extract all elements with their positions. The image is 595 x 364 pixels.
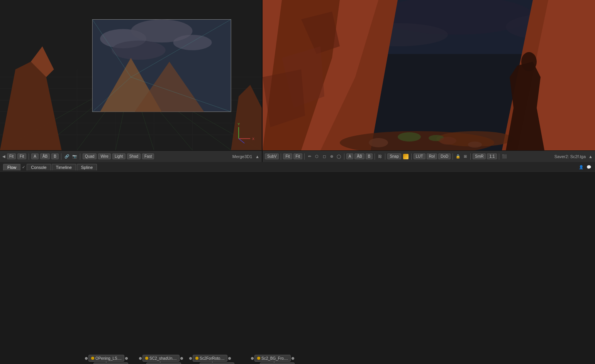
port-in [189, 357, 192, 360]
separator [411, 153, 412, 160]
top-section: X Y ◀ Fit Fit A ÅB B 🔗 📷 Quad Wire Light… [0, 0, 595, 162]
dod-button[interactable]: DoD [438, 153, 451, 159]
svg-text:X: X [252, 137, 254, 141]
port-out [228, 357, 231, 360]
node-indicator [195, 357, 198, 360]
fit1-button[interactable]: Fit [7, 153, 16, 159]
tool2-icon[interactable]: ⬡ [314, 153, 320, 160]
flow-tab[interactable]: Flow [3, 164, 20, 170]
a-button[interactable]: A [31, 153, 39, 159]
shad-button[interactable]: Shad [127, 153, 141, 159]
node-body-Gamut2: Gamut2 [93, 362, 128, 364]
node-body-Sc2ForRoto: Sc2ForRoto.... [193, 355, 227, 362]
smr-button[interactable]: SmR [473, 153, 486, 159]
separator [385, 153, 385, 160]
separator [453, 153, 453, 160]
fit2-button[interactable]: Fit [17, 153, 26, 159]
fit2-right-button[interactable]: Fit [293, 153, 302, 159]
lock-icon[interactable]: 🔒 [455, 153, 461, 160]
svg-point-62 [439, 137, 456, 145]
svg-point-59 [521, 52, 537, 71]
viewport-right: SubV Fit Fit ✏ ⬡ ◻ ⊕ ◯ A ÅB B ⛓ Snap LUT… [263, 0, 595, 162]
grid-icon[interactable]: ⊞ [462, 153, 468, 160]
node-Sc2ForRoto[interactable]: Sc2ForRoto.... [189, 355, 231, 362]
separator3 [80, 153, 80, 160]
node-indicator [257, 357, 260, 360]
timeline-tab[interactable]: Timeline [52, 164, 76, 170]
a-right-button[interactable]: A [346, 153, 354, 159]
node-Sc2BGFro[interactable]: Sc2_BG_Fro.... [251, 355, 294, 362]
left-viewport-toolbar: ◀ Fit Fit A ÅB B 🔗 📷 Quad Wire Light Sha… [0, 150, 262, 162]
b-right-button[interactable]: B [366, 153, 373, 159]
roi-button[interactable]: RoI [427, 153, 437, 159]
snap-button[interactable]: Snap [387, 153, 401, 159]
tool5-icon[interactable]: ◯ [336, 153, 342, 160]
node-Gamut5[interactable]: Gamut5 [197, 362, 238, 364]
node-label: Merge3D1 [232, 154, 252, 159]
tool1-icon[interactable]: ✏ [307, 153, 313, 160]
svg-point-60 [369, 138, 388, 147]
separator [344, 153, 344, 160]
flow-header: Flow ✓ Console Timeline Spline 👤 💬 [0, 162, 595, 173]
node-body-SC2shadUn: SC2_shadUn.... [142, 355, 180, 362]
node-OPening-LS[interactable]: OPening_LS.... [85, 355, 128, 362]
ratio-button[interactable]: 1:1 [487, 153, 497, 159]
spline-tab[interactable]: Spline [77, 164, 97, 170]
port-out [125, 357, 128, 360]
separator [375, 153, 375, 160]
link-icon[interactable]: 🔗 [64, 153, 70, 160]
svg-point-28 [112, 40, 166, 60]
expand-icon[interactable]: ⬛ [501, 153, 507, 160]
separator1 [29, 153, 29, 160]
svg-point-56 [398, 132, 421, 142]
user-icon[interactable]: 👤 [578, 164, 584, 170]
right-viewport-toolbar: SubV Fit Fit ✏ ⬡ ◻ ⊕ ◯ A ÅB B ⛓ Snap LUT… [263, 150, 595, 162]
subv-button[interactable]: SubV [265, 153, 279, 159]
camera-icon[interactable]: 📷 [71, 153, 78, 160]
saver-label: Saver2: Sc2f.tga [554, 154, 586, 159]
flow-canvas[interactable]: .conn { fill: none; stroke: #888; stroke… [0, 173, 595, 364]
svg-point-61 [468, 142, 482, 148]
flow-section: Flow ✓ Console Timeline Spline 👤 💬 .conn… [0, 162, 595, 364]
flow-icons: 👤 💬 [578, 164, 592, 170]
separator2 [61, 153, 61, 160]
node-body-Sc2BGFro: Sc2_BG_Fro.... [254, 355, 291, 362]
3d-viewport-canvas[interactable]: X Y [0, 0, 262, 150]
svg-point-27 [173, 35, 212, 50]
port-in [85, 357, 88, 360]
ab-button[interactable]: ÅB [40, 153, 50, 159]
node-indicator [145, 357, 148, 360]
right-viewport-canvas[interactable] [263, 0, 595, 150]
fast-button[interactable]: Fast [142, 153, 154, 159]
node-body-Gamut5: Gamut5 [200, 362, 234, 364]
color-picker[interactable] [403, 154, 409, 159]
node-indicator [91, 357, 94, 360]
quad-button[interactable]: Quad [83, 153, 97, 159]
node-body-Gamut1: Gamut1 [260, 362, 295, 364]
svg-text:Y: Y [237, 122, 240, 126]
node-Gamut1[interactable]: Gamut1 [257, 362, 298, 364]
node-Gamut2[interactable]: Gamut2 [91, 362, 132, 364]
separator [304, 153, 305, 160]
separator [281, 153, 281, 160]
node-body-OPening-LS: OPening_LS.... [88, 355, 124, 362]
light-button[interactable]: Light [112, 153, 125, 159]
tool4-icon[interactable]: ⊕ [329, 153, 335, 160]
tool3-icon[interactable]: ◻ [321, 153, 327, 160]
port-out [292, 357, 294, 360]
separator [470, 153, 471, 160]
port-in [139, 357, 142, 360]
link2-icon[interactable]: ⛓ [377, 153, 383, 160]
lut-button[interactable]: LUT [414, 153, 425, 159]
node-Gamut4[interactable]: Gamut4 [144, 362, 185, 364]
chat-icon[interactable]: 💬 [586, 164, 592, 170]
console-tab[interactable]: Console [27, 164, 51, 170]
fit1-right-button[interactable]: Fit [283, 153, 292, 159]
wire-button[interactable]: Wire [98, 153, 111, 159]
port-out [180, 357, 183, 360]
node-SC2shadUn[interactable]: SC2_shadUn.... [139, 355, 183, 362]
port-in [251, 357, 254, 360]
ab-right-button[interactable]: ÅB [354, 153, 364, 159]
separator [499, 153, 499, 160]
b-button[interactable]: B [51, 153, 59, 159]
